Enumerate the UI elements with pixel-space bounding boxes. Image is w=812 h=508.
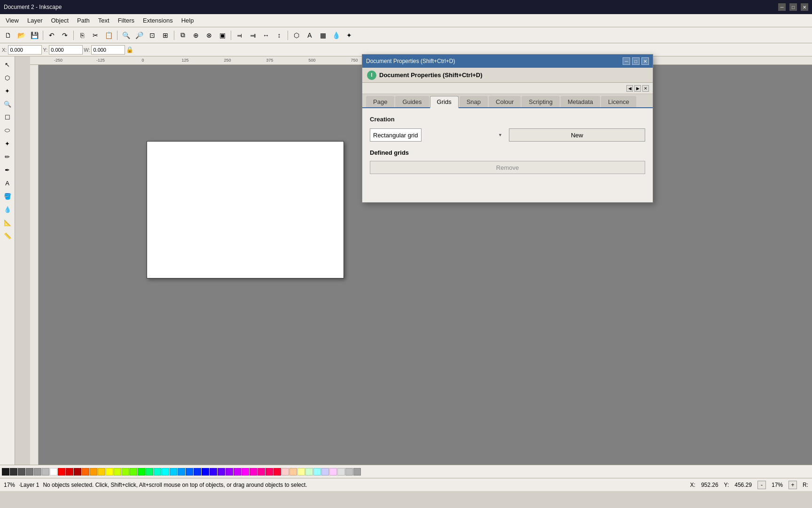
tab-metadata[interactable]: Metadata — [561, 96, 600, 107]
swatch-lavender[interactable] — [321, 468, 329, 476]
maximize-button[interactable]: □ — [789, 3, 797, 11]
swatch-spring[interactable] — [146, 468, 153, 476]
tab-colour[interactable]: Colour — [489, 96, 521, 107]
swatch-gainsboro[interactable] — [337, 468, 345, 476]
align-left-button[interactable]: ⫤ — [234, 29, 246, 41]
redo-button[interactable]: ↷ — [59, 29, 71, 41]
swatch-red[interactable] — [58, 468, 65, 476]
ellipse-tool[interactable]: ⬭ — [1, 124, 14, 136]
dialog-minimize-button[interactable]: ─ — [623, 57, 630, 65]
swatch-silver2[interactable] — [345, 468, 353, 476]
menu-extensions[interactable]: Extensions — [139, 16, 177, 25]
swatch-rose[interactable] — [265, 468, 273, 476]
select-tool[interactable]: ↖ — [1, 58, 14, 71]
dialog-sub-button-1[interactable]: ◀ — [626, 85, 633, 92]
menu-view[interactable]: View — [2, 16, 23, 25]
node-edit-tool[interactable]: ⬡ — [1, 71, 14, 84]
gradient-tool[interactable]: ▦ — [317, 29, 329, 41]
swatch-violet-blue[interactable] — [210, 468, 217, 476]
menu-path[interactable]: Path — [73, 16, 94, 25]
undo-button[interactable]: ↶ — [46, 29, 58, 41]
swatch-light-yellow[interactable] — [297, 468, 305, 476]
menu-text[interactable]: Text — [94, 16, 113, 25]
align-center-button[interactable]: ⫥ — [247, 29, 259, 41]
swatch-blue[interactable] — [194, 468, 201, 476]
zoom-select-button[interactable]: ⊞ — [159, 29, 172, 41]
tweak-tool[interactable]: ✦ — [1, 85, 14, 97]
swatch-yellow-green[interactable] — [114, 468, 121, 476]
duplicate-button[interactable]: ⧉ — [177, 29, 189, 41]
remove-grid-button[interactable]: Remove — [370, 161, 645, 174]
tab-snap[interactable]: Snap — [460, 96, 488, 107]
swatch-sky[interactable] — [170, 468, 177, 476]
swatch-light-gray[interactable] — [42, 468, 49, 476]
swatch-black[interactable] — [2, 468, 9, 476]
swatch-dark-red[interactable] — [66, 468, 73, 476]
zoom-tool[interactable]: 🔍 — [1, 98, 14, 110]
save-button[interactable]: 💾 — [28, 29, 40, 41]
swatch-magenta[interactable] — [242, 468, 249, 476]
calligraphy-tool[interactable]: A — [1, 177, 14, 189]
swatch-indigo[interactable] — [218, 468, 225, 476]
swatch-purple[interactable] — [226, 468, 233, 476]
zoom-out-button[interactable]: 🔎 — [133, 29, 145, 41]
flip-h-button[interactable]: ↔ — [260, 29, 272, 41]
menu-object[interactable]: Object — [47, 16, 72, 25]
swatch-cyan[interactable] — [162, 468, 169, 476]
dropper-tool[interactable]: 💧 — [330, 29, 342, 41]
swatch-amber[interactable] — [98, 468, 105, 476]
zoom-fit-button[interactable]: ⊡ — [146, 29, 158, 41]
zoom-minus-button[interactable]: - — [757, 481, 766, 489]
open-button[interactable]: 📂 — [15, 29, 27, 41]
swatch-cornflower[interactable] — [178, 468, 185, 476]
tab-grids[interactable]: Grids — [430, 96, 459, 108]
clone-button[interactable]: ⊕ — [190, 29, 202, 41]
swatch-lime[interactable] — [130, 468, 137, 476]
x-input[interactable] — [8, 45, 42, 55]
swatch-light-green[interactable] — [305, 468, 313, 476]
swatch-lime-yellow[interactable] — [122, 468, 129, 476]
measure-tool[interactable]: 📏 — [1, 230, 14, 242]
close-button[interactable]: ✕ — [801, 3, 808, 11]
paste-button[interactable]: 📋 — [102, 29, 115, 41]
new-grid-button[interactable]: New — [509, 128, 645, 142]
grid-type-select[interactable]: Rectangular grid — [370, 128, 422, 142]
swatch-crimson[interactable] — [273, 468, 281, 476]
pencil-tool[interactable]: ✏ — [1, 151, 14, 163]
zoom-plus-button[interactable]: + — [789, 481, 797, 489]
y-input[interactable] — [49, 45, 83, 55]
swatch-silver[interactable] — [34, 468, 41, 476]
swatch-pink-magenta[interactable] — [250, 468, 257, 476]
tab-scripting[interactable]: Scripting — [522, 96, 560, 107]
swatch-orange[interactable] — [90, 468, 97, 476]
menu-layer[interactable]: Layer — [23, 16, 47, 25]
swatch-orange-red[interactable] — [82, 468, 89, 476]
dialog-titlebar[interactable]: Document Properties (Shift+Ctrl+D) ─ □ ✕ — [362, 55, 653, 68]
star-tool[interactable]: ✦ — [1, 137, 14, 150]
bucket-tool[interactable]: 🪣 — [1, 190, 14, 202]
dialog-sub-button-2[interactable]: ▶ — [634, 85, 641, 92]
pen-tool[interactable]: ✒ — [1, 164, 14, 176]
swatch-dark-silver[interactable] — [353, 468, 361, 476]
layer-indicator[interactable]: ·Layer 1 — [19, 482, 39, 488]
zoom-in-button[interactable]: 🔍 — [120, 29, 132, 41]
unlink-clone-button[interactable]: ⊗ — [203, 29, 215, 41]
group-button[interactable]: ▣ — [216, 29, 228, 41]
swatch-hot-pink[interactable] — [258, 468, 265, 476]
swatch-maroon[interactable] — [74, 468, 81, 476]
minimize-button[interactable]: ─ — [778, 3, 786, 11]
copy-button[interactable]: ⎘ — [76, 29, 88, 41]
swatch-pure-blue[interactable] — [202, 468, 209, 476]
dialog-maximize-button[interactable]: □ — [632, 57, 640, 65]
new-button[interactable]: 🗋 — [2, 29, 14, 41]
dialog-sub-button-3[interactable]: ✕ — [642, 85, 649, 92]
flip-v-button[interactable]: ↕ — [273, 29, 285, 41]
node-tool[interactable]: ⬡ — [290, 29, 303, 41]
swatch-yellow[interactable] — [106, 468, 113, 476]
tab-page[interactable]: Page — [366, 96, 394, 107]
swatch-mid-gray[interactable] — [26, 468, 33, 476]
swatch-light-cyan[interactable] — [313, 468, 321, 476]
menu-filters[interactable]: Filters — [114, 16, 138, 25]
swatch-turquoise[interactable] — [154, 468, 161, 476]
swatch-azure[interactable] — [186, 468, 193, 476]
